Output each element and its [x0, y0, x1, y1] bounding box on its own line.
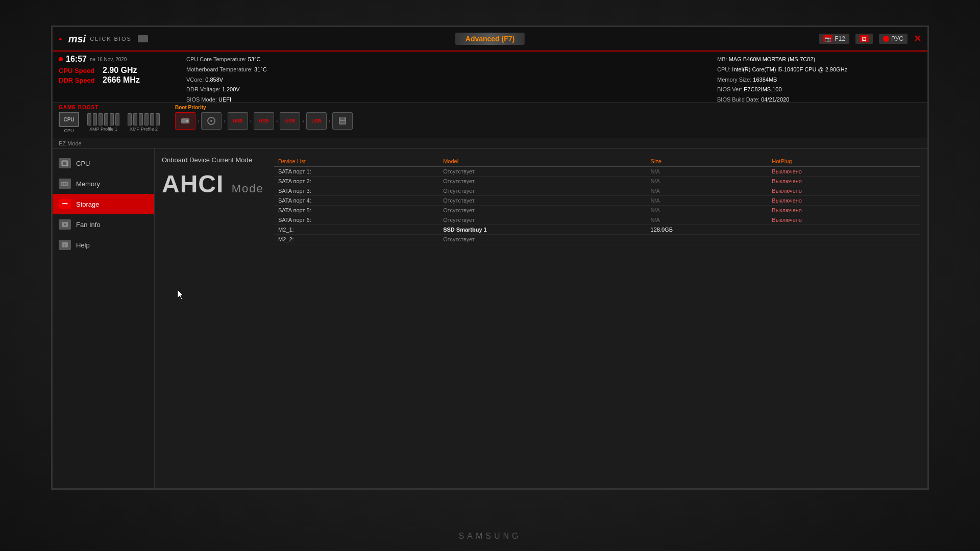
ez-mode-label: EZ Mode — [53, 138, 927, 149]
cpu-chip-icon: CPU — [59, 112, 79, 127]
ahci-label: AHCI — [162, 170, 224, 197]
memory-sidebar-label: Memory — [76, 180, 100, 188]
advanced-mode-label[interactable]: Advanced (F7) — [455, 33, 525, 45]
hotplug-cell: Выключено — [768, 186, 920, 196]
boost-xmp2-label: XMP Profile 2 — [130, 127, 158, 132]
size-cell: N/A — [647, 206, 768, 215]
svg-rect-11 — [64, 183, 65, 185]
table-row: M2_2: Отсутствует — [274, 235, 920, 244]
bios-container: ● msi CLICK BIOS Advanced (F7) 📷 F12 🖼 — [53, 27, 927, 488]
help-sidebar-label: Help — [76, 241, 90, 249]
col-device-list: Device List — [274, 156, 439, 167]
mb-value: MAG B460M MORTAR (MS-7C82) — [729, 56, 816, 62]
hotplug-cell: Выключено — [768, 177, 920, 186]
table-row: SATA порт 5: Отсутствует N/A Выключено — [274, 206, 920, 215]
right-info-block: MB: MAG B460M MORTAR (MS-7C82) CPU: Inte… — [717, 55, 921, 99]
sidebar-item-storage[interactable]: Storage — [53, 194, 154, 214]
screenshot-button[interactable]: 🖼 — [855, 34, 873, 44]
datetime-row: 16:57 пн 16 Nov, 2020 — [59, 55, 176, 64]
model-cell: Отсутствует — [439, 215, 646, 225]
fan-info-sidebar-label: Fan Info — [76, 221, 101, 229]
boot-device-usb2[interactable]: USB — [254, 112, 274, 130]
model-cell: Отсутствует — [439, 235, 646, 244]
xmp1-ram-icon — [87, 113, 119, 126]
boost-cpu-option[interactable]: CPU CPU — [59, 112, 79, 133]
port-cell: SATA порт 5: — [274, 206, 439, 215]
table-row: M2_1: SSD Smartbuy 1 128.0GB — [274, 225, 920, 235]
mb-temp-value: 31°C — [254, 66, 267, 72]
content-area: Onboard Device Current Mode AHCI Mode De… — [155, 149, 927, 490]
game-boost-icons: CPU CPU XMP Pr — [59, 112, 160, 133]
cd-icon — [206, 116, 216, 126]
boot-device-cd[interactable] — [201, 112, 222, 130]
svg-rect-12 — [66, 183, 67, 185]
boot-device-usb4[interactable]: USB — [306, 112, 327, 130]
sidebar-item-memory[interactable]: Memory — [53, 173, 154, 194]
svg-rect-5 — [340, 117, 345, 120]
storage-sidebar-label: Storage — [76, 201, 100, 208]
boot-device-fd[interactable] — [332, 112, 353, 130]
language-button[interactable]: РУС — [879, 34, 908, 44]
ddr-speed-value: 2666 MHz — [103, 76, 140, 85]
boot-device-usb3[interactable]: USB — [280, 112, 300, 130]
table-row: SATA порт 2: Отсутствует N/A Выключено — [274, 177, 920, 186]
samsung-label: SAMSUNG — [459, 532, 522, 541]
sidebar-item-cpu[interactable]: CPU — [53, 153, 154, 173]
svg-point-1 — [186, 120, 188, 122]
f12-button[interactable]: 📷 F12 — [819, 34, 849, 44]
boot-device-usb1[interactable]: USB — [228, 112, 248, 130]
cpu-model-row: CPU: Intel(R) Core(TM) i5-10400F CPU @ 2… — [717, 65, 921, 75]
hotplug-cell: Выключено — [768, 206, 920, 215]
boost-cpu-label: CPU — [64, 128, 74, 133]
cpu-temp-row: CPU Core Temperature: 53°C — [186, 55, 707, 65]
table-row: SATA порт 6: Отсутствует N/A Выключено — [274, 215, 920, 225]
close-button[interactable]: ✕ — [914, 33, 921, 44]
xmp2-ram-icon — [128, 113, 160, 126]
boot-priority-title: Boot Priority — [175, 105, 921, 110]
col-hotplug: HotPlug — [768, 156, 920, 167]
game-boost-boot-row: GAME BOOST CPU CPU — [53, 103, 927, 138]
cpu-speed-row: CPU Speed 2.90 GHz — [59, 66, 176, 75]
sidebar-item-help[interactable]: ? Help — [53, 235, 154, 255]
img-icon: 🖼 — [860, 35, 869, 42]
ddr-speed-row: DDR Speed 2666 MHz — [59, 76, 176, 85]
bios-mode-row: BIOS Mode: UEFI — [186, 95, 707, 105]
svg-rect-14 — [62, 203, 66, 204]
fan-sidebar-icon — [59, 219, 71, 230]
model-cell: Отсутствует — [439, 186, 646, 196]
boost-xmp1-label: XMP Profile 1 — [89, 127, 117, 132]
boost-xmp1-option[interactable]: XMP Profile 1 — [87, 113, 119, 132]
content-layout: Onboard Device Current Mode AHCI Mode De… — [162, 156, 920, 244]
device-table: Device List Model Size HotPlug SATA порт… — [274, 156, 920, 244]
bios-date-value: 04/21/2020 — [761, 96, 789, 103]
model-cell: Отсутствует — [439, 206, 646, 215]
model-cell: Отсутствует — [439, 167, 646, 177]
bios-ver-value: E7C82IMS.100 — [744, 86, 782, 92]
storage-sidebar-icon — [59, 199, 71, 209]
status-dot — [59, 57, 63, 61]
game-boost-title: GAME BOOST — [59, 105, 160, 110]
port-cell: SATA порт 4: — [274, 196, 439, 206]
mode-display: Onboard Device Current Mode AHCI Mode — [162, 156, 264, 244]
ddr-voltage-value: 1.200V — [222, 86, 240, 92]
model-cell: Отсутствует — [439, 196, 646, 206]
time-display: 16:57 — [66, 55, 87, 64]
size-cell: N/A — [647, 167, 768, 177]
boot-device-hdd[interactable] — [175, 112, 195, 130]
mb-row: MB: MAG B460M MORTAR (MS-7C82) — [717, 55, 921, 65]
sidebar-item-fan-info[interactable]: Fan Info — [53, 214, 154, 235]
header-right: 📷 F12 🖼 РУС ✕ — [819, 33, 921, 44]
memory-sidebar-icon — [59, 179, 71, 189]
boost-xmp2-option[interactable]: XMP Profile 2 — [128, 113, 160, 132]
game-boost-block: GAME BOOST CPU CPU — [59, 105, 160, 136]
port-cell: SATA порт 6: — [274, 215, 439, 225]
bios-mode-value: UEFI — [218, 96, 231, 103]
svg-rect-6 — [340, 121, 345, 123]
hotplug-cell: Выключено — [768, 215, 920, 225]
bios-ver-row: BIOS Ver: E7C82IMS.100 — [717, 85, 921, 95]
hotplug-cell: Выключено — [768, 167, 920, 177]
port-cell: SATA порт 1: — [274, 167, 439, 177]
screenshot-icon: 📷 — [823, 35, 832, 42]
ahci-mode-text: AHCI Mode — [162, 170, 264, 198]
main-wrapper: CPU Memory — [53, 149, 927, 490]
